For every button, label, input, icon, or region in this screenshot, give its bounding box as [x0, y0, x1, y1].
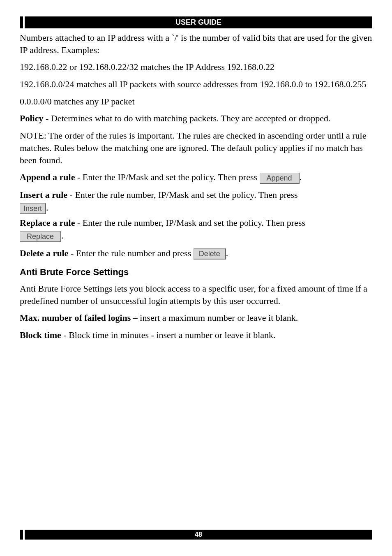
paragraph-max-failed: Max. number of failed logins – insert a … [20, 312, 372, 324]
paragraph-note: NOTE: The order of the rules is importan… [20, 130, 372, 166]
insert-rule-button-line: Insert. [20, 202, 372, 214]
append-rule-label: Append a rule [20, 172, 75, 182]
append-button[interactable]: Append [260, 173, 300, 184]
paragraph-valid-bits: Numbers attached to an IP address with a… [20, 32, 372, 56]
footer-bar: 48 [20, 530, 372, 540]
delete-rule-label: Delete a rule [20, 248, 69, 258]
paragraph-replace-rule: Replace a rule - Enter the rule number, … [20, 217, 372, 229]
delete-period: . [226, 248, 228, 258]
policy-label: Policy [20, 113, 43, 123]
append-rule-text: - Enter the IP/Mask and set the policy. … [75, 172, 259, 182]
insert-rule-label: Insert a rule [20, 190, 67, 200]
header-title: USER GUIDE [25, 16, 372, 28]
max-failed-text: – insert a maximum number or leave it bl… [131, 313, 298, 323]
delete-rule-text: - Enter the rule number and press [69, 248, 194, 258]
insert-period: . [46, 202, 48, 213]
footer-edge [20, 530, 23, 540]
paragraph-block-time: Block time - Block time in minutes - ins… [20, 329, 372, 341]
insert-rule-text: - Enter the rule number, IP/Mask and set… [67, 190, 298, 200]
replace-rule-label: Replace a rule [20, 218, 75, 228]
paragraph-policy: Policy - Determines what to do with matc… [20, 112, 372, 125]
append-period: . [300, 172, 302, 182]
anti-brute-force-heading: Anti Brute Force Settings [20, 266, 372, 278]
paragraph-example-2: 192.168.0.0/24 matches all IP packets wi… [20, 78, 372, 90]
replace-rule-button-line: Replace. [20, 229, 372, 242]
replace-period: . [61, 230, 64, 241]
block-time-label: Block time [20, 330, 61, 340]
max-failed-label: Max. number of failed logins [20, 313, 131, 323]
page-number: 48 [25, 530, 372, 540]
insert-button[interactable]: Insert [20, 203, 46, 214]
header-bar: USER GUIDE [20, 16, 372, 28]
block-time-text: - Block time in minutes - insert a numbe… [61, 330, 276, 340]
delete-button[interactable]: Delete [194, 248, 226, 259]
page-content: Numbers attached to an IP address with a… [20, 32, 372, 341]
replace-button[interactable]: Replace [20, 231, 61, 242]
paragraph-delete-rule: Delete a rule - Enter the rule number an… [20, 247, 372, 259]
paragraph-abf-intro: Anti Brute Force Settings lets you block… [20, 283, 372, 307]
policy-text: - Determines what to do with matching pa… [43, 113, 330, 123]
paragraph-insert-rule: Insert a rule - Enter the rule number, I… [20, 189, 372, 201]
header-edge [20, 16, 23, 28]
paragraph-append-rule: Append a rule - Enter the IP/Mask and se… [20, 171, 372, 183]
paragraph-example-3: 0.0.0.0/0 matches any IP packet [20, 95, 372, 108]
paragraph-example-1: 192.168.0.22 or 192.168.0.22/32 matches … [20, 61, 372, 73]
replace-rule-text: - Enter the rule number, IP/Mask and set… [75, 218, 305, 228]
